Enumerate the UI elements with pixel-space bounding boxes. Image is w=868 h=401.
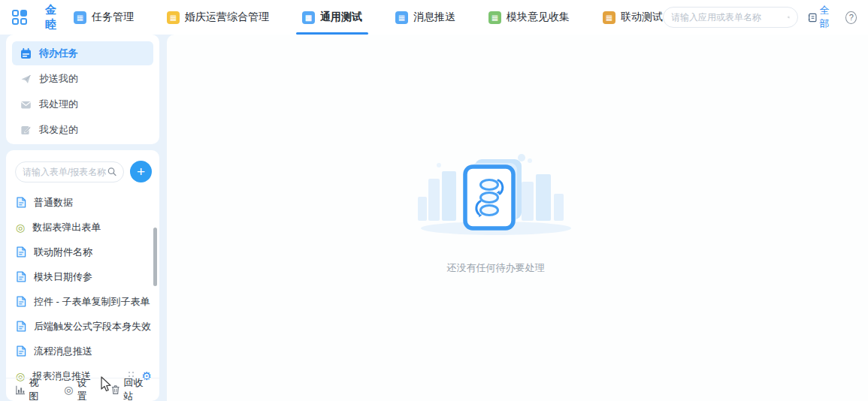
footer-label: 回收站 — [123, 376, 150, 401]
sidebar-footer: 视图 ◎ 设置 回收站 — [6, 378, 159, 401]
edit-icon — [20, 125, 32, 136]
sidebar-item-cc-to-me[interactable]: 抄送我的 — [12, 67, 153, 91]
footer-recycle-bin-button[interactable]: 回收站 — [111, 376, 150, 401]
tab-general-test[interactable]: ▦ 通用测试 — [302, 0, 362, 35]
form-item-plain-data[interactable]: 普通数据 — [6, 190, 159, 215]
tab-linkage-test[interactable]: ▦ 联动测试 — [603, 0, 663, 35]
form-label: 模块日期传参 — [34, 270, 92, 284]
global-search-input[interactable] — [671, 12, 788, 23]
app-icon: ▦ — [395, 11, 408, 24]
form-item-flow-message-push[interactable]: 流程消息推送 — [6, 339, 159, 363]
address-book-icon — [808, 12, 818, 23]
global-search[interactable] — [663, 7, 798, 28]
tab-wedding-ops[interactable]: ▦ 婚庆运营综合管理 — [167, 0, 269, 35]
main-content: 还没有任何待办要处理 — [167, 35, 868, 401]
scrollbar-thumb[interactable] — [153, 228, 157, 286]
form-item-datatable-popup[interactable]: ◎ 数据表弹出表单 — [6, 215, 159, 240]
form-icon — [16, 197, 26, 208]
add-form-button[interactable]: + — [130, 161, 152, 182]
empty-state: 还没有任何待办要处理 — [409, 149, 583, 275]
tab-label: 任务管理 — [92, 11, 134, 24]
form-icon — [16, 345, 26, 357]
trash-icon — [111, 384, 120, 395]
tab-label: 联动测试 — [621, 11, 663, 24]
sidebar-item-label: 我处理的 — [39, 98, 78, 111]
form-label: 控件 - 子表单复制到子表单 — [34, 295, 150, 309]
forms-panel: + 普通数据 ◎ 数据表弹出表单 联动附件名称 — [6, 150, 159, 401]
form-icon — [16, 296, 26, 307]
search-icon — [788, 12, 790, 23]
form-search-input[interactable] — [23, 167, 107, 177]
forms-list: 普通数据 ◎ 数据表弹出表单 联动附件名称 模块日期传参 — [6, 188, 159, 388]
form-label: 联动附件名称 — [34, 246, 92, 259]
search-icon — [107, 167, 116, 176]
footer-label: 设置 — [77, 376, 93, 401]
tab-label: 婚庆运营综合管理 — [185, 11, 269, 24]
apps-grid-icon[interactable] — [12, 10, 27, 25]
chart-icon — [16, 385, 25, 395]
sidebar-item-label: 我发起的 — [39, 123, 78, 137]
app-icon: ▦ — [167, 11, 180, 24]
app-icon: ▦ — [302, 11, 315, 24]
empty-state-text: 还没有任何待办要处理 — [409, 261, 583, 275]
target-icon: ◎ — [64, 384, 73, 395]
scope-selector[interactable]: 全部 — [808, 4, 836, 31]
task-menu-panel: 待办任务 抄送我的 我处理的 我发起的 — [6, 35, 159, 144]
tab-label: 模块意见收集 — [507, 11, 570, 24]
sidebar-item-label: 抄送我的 — [39, 72, 78, 86]
tab-message-push[interactable]: ▦ 消息推送 — [395, 0, 455, 35]
form-search-row: + — [6, 150, 159, 188]
form-item-linked-attachment[interactable]: 联动附件名称 — [6, 240, 159, 264]
send-icon — [20, 74, 32, 85]
report-icon: ◎ — [16, 222, 25, 233]
tab-task-management[interactable]: ▦ 任务管理 — [74, 0, 134, 35]
top-navbar: 金睦 ▦ 任务管理 ▦ 婚庆运营综合管理 ▦ 通用测试 ▦ 消息推送 ▦ 模块意… — [0, 0, 868, 35]
form-label: 流程消息推送 — [34, 345, 92, 358]
sidebar-item-label: 待办任务 — [39, 47, 78, 60]
app-tabs: ▦ 任务管理 ▦ 婚庆运营综合管理 ▦ 通用测试 ▦ 消息推送 ▦ 模块意见收集… — [74, 0, 663, 35]
empty-illustration — [409, 149, 583, 243]
topbar-right-cluster: 全部 ? — [663, 4, 868, 31]
form-item-backend-formula[interactable]: 后端触发公式字段本身失效 — [6, 314, 159, 339]
form-label: 数据表弹出表单 — [32, 221, 101, 234]
sidebar-item-todo-tasks[interactable]: 待办任务 — [12, 41, 153, 65]
brand-name[interactable]: 金睦 — [45, 3, 57, 32]
sidebar-item-handled-by-me[interactable]: 我处理的 — [12, 92, 153, 116]
footer-label: 视图 — [29, 376, 46, 401]
form-label: 后端触发公式字段本身失效 — [34, 320, 151, 333]
form-search[interactable] — [15, 161, 124, 182]
app-icon: ▦ — [488, 11, 501, 24]
tab-label: 通用测试 — [320, 11, 362, 24]
form-icon — [16, 271, 26, 282]
app-icon: ▦ — [74, 11, 86, 24]
tab-module-feedback[interactable]: ▦ 模块意见收集 — [488, 0, 570, 35]
footer-settings-button[interactable]: ◎ 设置 — [64, 376, 93, 401]
form-icon — [16, 246, 26, 258]
form-label: 普通数据 — [34, 196, 73, 210]
mail-icon — [20, 99, 32, 110]
form-icon — [16, 321, 26, 332]
sidebar-item-initiated-by-me[interactable]: 我发起的 — [12, 118, 153, 142]
app-icon: ▦ — [603, 11, 615, 24]
calendar-icon — [20, 48, 32, 59]
form-item-module-date-param[interactable]: 模块日期传参 — [6, 264, 159, 289]
form-item-subform-copy[interactable]: 控件 - 子表单复制到子表单 — [6, 289, 159, 314]
tab-label: 消息推送 — [413, 11, 455, 24]
help-button[interactable]: ? — [845, 11, 857, 24]
scope-label: 全部 — [820, 4, 836, 31]
footer-views-button[interactable]: 视图 — [16, 376, 46, 401]
